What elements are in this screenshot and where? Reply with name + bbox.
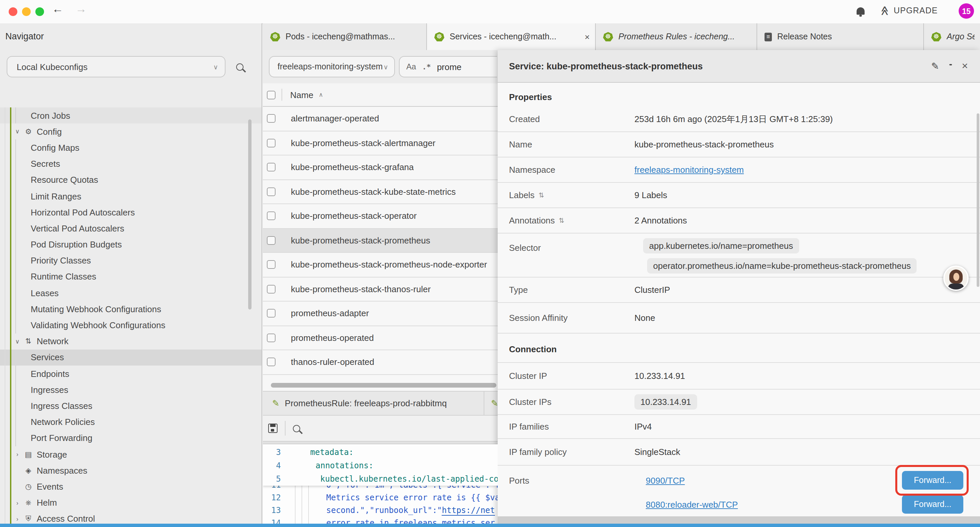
created-row: Created 253d 16h 6m ago (2025年1月13日 GMT+…	[498, 107, 980, 132]
sidebar-item[interactable]: Priority Classes	[0, 253, 261, 269]
match-case-toggle[interactable]: Aa	[406, 62, 416, 72]
table-row[interactable]: kube-prometheus-stack-prometheus	[263, 228, 498, 253]
tree-chevron-icon[interactable]	[13, 467, 21, 474]
table-row[interactable]: kube-prometheus-stack-alertmanager	[263, 131, 498, 155]
regex-toggle[interactable]: .*	[422, 62, 431, 71]
table-row[interactable]: kube-prometheus-stack-grafana	[263, 155, 498, 180]
port-link[interactable]: 9090/TCP	[646, 476, 685, 486]
sidebar-item[interactable]: Config Maps	[0, 140, 261, 156]
sidebar-item[interactable]: Mutating Webhook Configurations	[0, 301, 261, 317]
editor-tab[interactable]: ✎ PrometheusRule: freeleaps-prod-rabbitm…	[263, 392, 484, 415]
annotations-value[interactable]: 2 Annotations	[635, 215, 687, 226]
sidebar-item[interactable]: › ⎈ Helm	[0, 495, 261, 511]
maximize-window-button[interactable]	[35, 7, 44, 16]
sort-ascending-icon[interactable]: ∧	[318, 91, 323, 98]
sidebar-item[interactable]: Vertical Pod Autoscalers	[0, 220, 261, 236]
row-checkbox[interactable]	[267, 285, 275, 293]
editor-tab[interactable]: ✎	[484, 392, 498, 415]
close-window-button[interactable]	[9, 7, 18, 16]
sidebar-item[interactable]: Secrets	[0, 156, 261, 172]
row-checkbox[interactable]	[267, 139, 275, 147]
row-checkbox[interactable]	[267, 236, 275, 245]
horizontal-scrollbar[interactable]	[271, 383, 496, 388]
user-avatar[interactable]	[943, 266, 969, 291]
sidebar-item[interactable]: Ingresses	[0, 382, 261, 398]
table-row[interactable]: thanos-ruler-operated	[263, 350, 498, 374]
service-name: thanos-ruler-operated	[291, 357, 374, 367]
sidebar-item[interactable]: Pod Disruption Budgets	[0, 236, 261, 253]
sidebar-item[interactable]: ◷ Events	[0, 479, 261, 495]
row-checkbox[interactable]	[267, 334, 275, 342]
row-checkbox[interactable]	[267, 188, 275, 196]
tree-chevron-icon[interactable]: ∨	[13, 128, 21, 135]
name-column-header[interactable]: Name	[290, 90, 313, 100]
sidebar-item[interactable]: › ▤ Storage	[0, 446, 261, 462]
runbook-url-link[interactable]: https://net	[442, 506, 495, 516]
sidebar-item[interactable]: Leases	[0, 285, 261, 301]
labels-value[interactable]: 9 Labels	[635, 190, 667, 200]
forward-port-button[interactable]: Forward...	[902, 495, 963, 514]
minimize-window-button[interactable]	[22, 7, 31, 16]
close-icon[interactable]: ×	[962, 60, 968, 72]
row-checkbox[interactable]	[267, 115, 275, 123]
notification-count-badge[interactable]: 15	[959, 3, 974, 19]
row-checkbox[interactable]	[267, 163, 275, 172]
sidebar-item[interactable]: ◈ Namespaces	[0, 462, 261, 478]
search-icon[interactable]	[236, 63, 243, 70]
table-row[interactable]: kube-prometheus-stack-operator	[263, 204, 498, 228]
table-row[interactable]: kube-prometheus-stack-thanos-ruler	[263, 277, 498, 301]
expand-collapse-icon[interactable]: ⇅	[539, 191, 544, 199]
sidebar-item[interactable]: Port Forwarding	[0, 430, 261, 446]
tree-chevron-icon[interactable]: ›	[13, 516, 21, 522]
row-checkbox[interactable]	[267, 261, 275, 269]
annotations-label: Annotations	[509, 215, 555, 226]
table-row[interactable]: alertmanager-operated	[263, 107, 498, 131]
select-all-checkbox[interactable]	[267, 91, 275, 99]
drawer-scrollbar[interactable]	[977, 113, 979, 287]
tab[interactable]: ≡ Release Notes	[757, 23, 924, 50]
sidebar-item[interactable]: ∨ ⇅ Network	[0, 333, 261, 349]
sidebar-item[interactable]: ∨ ⚙ Config	[0, 123, 261, 139]
tab[interactable]: ☸ Services - icecheng@math... ×	[427, 23, 596, 50]
table-row[interactable]: kube-prometheus-stack-kube-state-metrics	[263, 180, 498, 204]
namespace-link[interactable]: freeleaps-monitoring-system	[635, 165, 744, 175]
sidebar-item[interactable]: Network Policies	[0, 414, 261, 430]
sidebar-item[interactable]: Horizontal Pod Autoscalers	[0, 204, 261, 220]
tree-chevron-icon[interactable]: ›	[13, 499, 21, 506]
sidebar-item[interactable]: Endpoints	[0, 366, 261, 382]
tab[interactable]: ☸ Argo Se	[924, 23, 980, 50]
tree-chevron-icon[interactable]: ∨	[13, 338, 21, 345]
sidebar-item[interactable]: Runtime Classes	[0, 269, 261, 285]
back-arrow-icon[interactable]: ←	[52, 3, 64, 16]
table-row[interactable]: prometheus-adapter	[263, 301, 498, 326]
kubeconfig-selector[interactable]: Local Kubeconfigs ∨	[7, 56, 226, 77]
tree-chevron-icon[interactable]	[13, 483, 21, 490]
row-checkbox[interactable]	[267, 309, 275, 318]
sidebar-item[interactable]: Limit Ranges	[0, 188, 261, 204]
expand-collapse-icon[interactable]: ⇅	[559, 217, 565, 224]
tab[interactable]: ☸ Pods - icecheng@mathmas...	[263, 23, 427, 50]
sidebar-item[interactable]: Resource Quotas	[0, 172, 261, 188]
port-link[interactable]: 8080:reloader-web/TCP	[646, 500, 738, 509]
sidebar-item[interactable]: Validating Webhook Configurations	[0, 317, 261, 333]
sidebar-item[interactable]: Services	[0, 350, 261, 366]
close-tab-icon[interactable]: ×	[585, 32, 590, 42]
row-checkbox[interactable]	[267, 358, 275, 366]
edit-icon[interactable]: ✎	[931, 61, 939, 72]
row-checkbox[interactable]	[267, 212, 275, 220]
table-row[interactable]: prometheus-operated	[263, 326, 498, 350]
notifications-bell-icon[interactable]	[857, 7, 865, 15]
upgrade-button[interactable]: ≫ UPGRADE	[879, 5, 938, 16]
filter-input[interactable]: Aa .* prome	[399, 56, 497, 77]
editor-search-icon[interactable]	[293, 425, 300, 432]
namespace-selector[interactable]: freeleaps-monitoring-system ∨	[269, 56, 395, 77]
sidebar-scrollbar[interactable]	[248, 119, 251, 309]
sidebar-item[interactable]: Ingress Classes	[0, 398, 261, 414]
sidebar-item-label: Limit Ranges	[31, 191, 81, 201]
tree-chevron-icon[interactable]: ›	[13, 451, 21, 458]
table-row[interactable]: kube-prometheus-stack-prometheus-node-ex…	[263, 253, 498, 277]
tab[interactable]: ☸ Prometheus Rules - icecheng...	[596, 23, 757, 50]
yaml-editor[interactable]: 3 metadata: 4 annotations: 5 kubectl.kub…	[263, 444, 498, 527]
save-icon[interactable]	[268, 424, 277, 433]
sidebar-item[interactable]: Cron Jobs	[0, 107, 261, 123]
